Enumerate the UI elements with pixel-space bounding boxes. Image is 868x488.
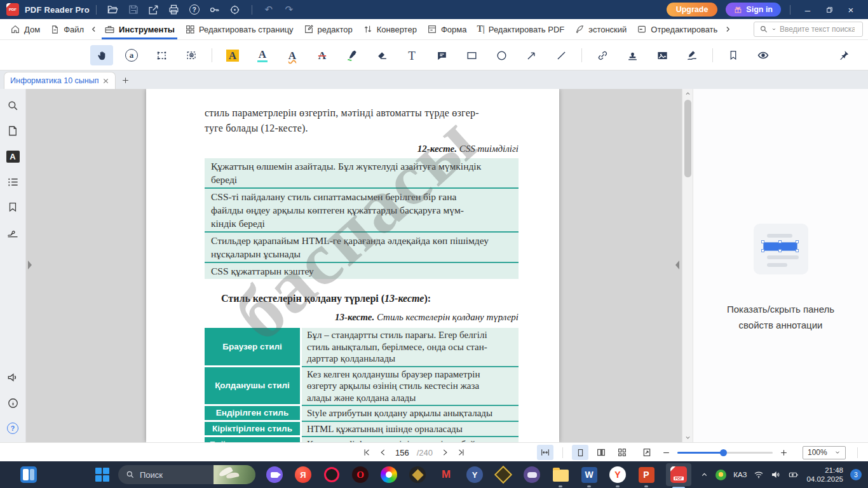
current-page-value[interactable]: 156 <box>395 448 409 458</box>
pdf-canvas[interactable]: стиль параметрлерін өзгертіп, мәтінді ав… <box>26 89 693 442</box>
link-tool[interactable] <box>591 45 614 65</box>
zoom-out-button[interactable] <box>662 449 670 457</box>
sidebar-search-icon[interactable] <box>4 97 22 114</box>
taskbar-app-video[interactable] <box>266 466 283 484</box>
sidebar-read-aloud-icon[interactable] <box>4 369 22 386</box>
share-icon[interactable] <box>144 1 163 18</box>
new-tab-button[interactable] <box>116 72 135 89</box>
taskbar-pinned-app-icon[interactable] <box>20 466 37 483</box>
menu-editor[interactable]: редактор <box>299 19 358 39</box>
settings-icon[interactable] <box>226 1 245 18</box>
help-icon[interactable]: ? <box>185 1 204 18</box>
single-page-view-button[interactable] <box>572 445 588 460</box>
minimize-button[interactable]: – <box>797 1 818 18</box>
taskbar-search[interactable]: Поиск <box>118 465 255 484</box>
print-icon[interactable] <box>165 1 184 18</box>
squiggly-tool[interactable]: A <box>281 45 304 65</box>
language-indicator[interactable]: КАЗ <box>733 471 747 478</box>
vertical-scrollbar[interactable] <box>682 89 693 442</box>
redo-icon[interactable]: ↷ <box>280 1 299 18</box>
zoom-slider[interactable] <box>677 452 773 454</box>
menu-file[interactable]: Файл <box>45 19 89 39</box>
search-box[interactable] <box>754 22 863 37</box>
sidebar-help-icon[interactable]: ? <box>4 419 22 437</box>
zoom-level-dropdown[interactable]: 100% <box>803 446 846 459</box>
taskbar-app-y-service[interactable]: Y <box>466 466 484 484</box>
antivirus-tray-icon[interactable] <box>715 470 726 480</box>
read-aloud-tool[interactable]: а <box>120 45 143 65</box>
circle-tool[interactable] <box>490 45 513 65</box>
image-tool[interactable] <box>651 45 674 65</box>
collapse-panel-arrow[interactable] <box>674 257 681 273</box>
undo-icon[interactable]: ↶ <box>259 1 278 18</box>
scroll-down-icon[interactable] <box>682 433 693 442</box>
signin-button[interactable]: Sign in <box>726 3 781 17</box>
sidebar-thumbnails-icon[interactable] <box>4 122 22 140</box>
taskbar-app-powerpoint[interactable]: P <box>637 466 655 484</box>
taskbar-app-games[interactable] <box>523 466 541 484</box>
view-mode-eye-tool[interactable] <box>752 45 775 65</box>
freehand-pen-tool[interactable] <box>341 45 363 65</box>
scroll-up-icon[interactable] <box>682 89 693 98</box>
tray-chevron-up-icon[interactable] <box>700 471 709 479</box>
grid-view-button[interactable] <box>614 445 630 460</box>
taskbar-app-gold-emblem[interactable] <box>494 466 512 484</box>
password-key-icon[interactable] <box>205 1 224 18</box>
taskbar-app-explorer[interactable] <box>552 466 569 484</box>
signature-tool[interactable] <box>681 45 703 65</box>
zoom-in-button[interactable] <box>780 449 788 457</box>
sidebar-outline-icon[interactable] <box>4 173 22 191</box>
save-icon[interactable] <box>124 1 143 18</box>
menu-redact[interactable]: Отредактировать <box>632 19 722 39</box>
prev-page-button[interactable] <box>379 448 388 457</box>
sidebar-signature-icon[interactable] <box>4 224 22 241</box>
taskbar-app-pdf-reader-active[interactable]: PDF <box>666 463 691 486</box>
marquee-select-tool[interactable] <box>150 45 173 65</box>
search-highlight-image[interactable] <box>214 465 255 484</box>
document-tab[interactable]: Информатика 10 сынып... <box>4 72 116 89</box>
start-button[interactable] <box>95 468 109 482</box>
menu-estonian[interactable]: эстонский <box>569 19 632 39</box>
clock[interactable]: 21:4804.02.2025 <box>806 466 843 484</box>
wifi-icon[interactable] <box>754 470 764 480</box>
eraser-tool[interactable] <box>370 45 393 65</box>
upgrade-button[interactable]: Upgrade <box>667 3 718 17</box>
highlight-tool[interactable]: A <box>221 45 244 65</box>
hand-tool[interactable] <box>90 45 113 65</box>
menu-home[interactable]: Дом <box>5 19 45 39</box>
zoom-area-tool[interactable] <box>180 45 203 65</box>
scrollbar-thumb[interactable] <box>684 100 691 177</box>
menu-scroll-left-icon[interactable] <box>89 25 99 34</box>
taskbar-app-mail[interactable]: М <box>437 466 455 484</box>
menu-edit-page[interactable]: Редактировать страницу <box>180 19 299 39</box>
battery-charging-icon[interactable] <box>788 470 799 480</box>
underline-tool[interactable]: A <box>251 45 274 65</box>
menu-scroll-right-icon[interactable] <box>722 25 733 34</box>
next-page-button[interactable] <box>440 448 449 457</box>
arrow-tool[interactable] <box>520 45 543 65</box>
taskbar-app-world-of-tanks[interactable] <box>409 466 426 484</box>
menu-form[interactable]: Форма <box>422 19 472 39</box>
menu-tools[interactable]: Инструменты <box>99 19 180 39</box>
taskbar-app-yandex-browser[interactable] <box>380 466 398 484</box>
note-comment-tool[interactable] <box>430 45 453 65</box>
menu-edit-pdf[interactable]: T| Редактировать PDF <box>471 19 569 39</box>
search-input[interactable] <box>780 25 855 34</box>
last-page-button[interactable] <box>457 448 466 457</box>
taskbar-app-yandex-alice[interactable]: Я <box>294 466 312 484</box>
open-file-icon[interactable] <box>104 1 123 18</box>
tab-close-icon[interactable] <box>102 78 109 85</box>
sidebar-info-icon[interactable] <box>4 394 22 412</box>
stamp-tool[interactable] <box>621 45 644 65</box>
two-page-view-button[interactable] <box>593 445 609 460</box>
taskbar-app-opera-gx[interactable] <box>323 466 341 484</box>
line-tool[interactable] <box>550 45 573 65</box>
taskbar-app-opera[interactable]: O <box>351 466 369 484</box>
volume-icon[interactable] <box>771 470 781 480</box>
strikeout-tool[interactable]: A <box>311 45 334 65</box>
first-page-button[interactable] <box>362 448 371 457</box>
taskbar-app-word[interactable]: W <box>580 466 598 484</box>
bookmark-tool[interactable] <box>722 45 745 65</box>
taskbar-app-yandex[interactable]: Y <box>609 466 627 484</box>
sidebar-annotations-icon[interactable]: A <box>4 147 22 165</box>
